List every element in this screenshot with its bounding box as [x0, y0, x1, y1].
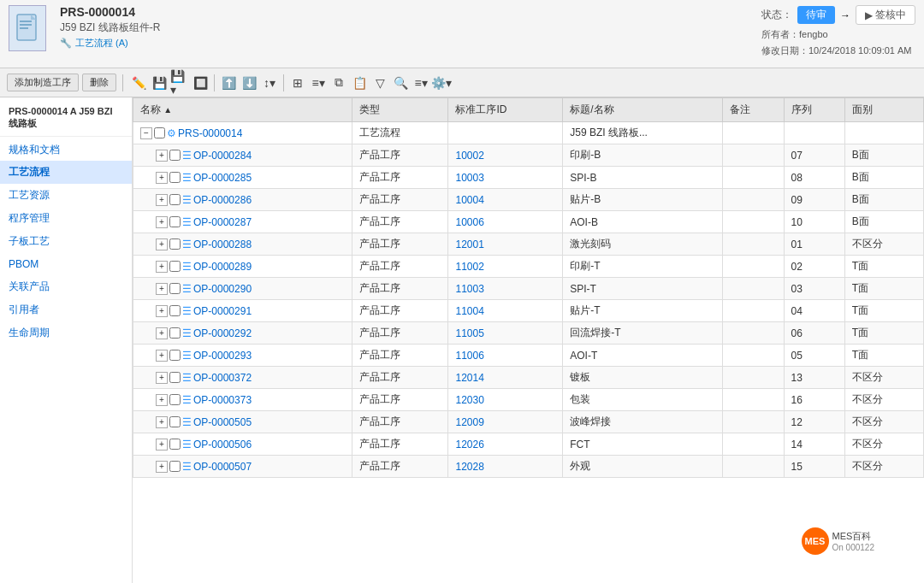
save-icon[interactable]: 💾 — [150, 74, 169, 92]
row-name-link-13[interactable]: OP-0000506 — [193, 439, 252, 450]
col-note[interactable]: 备注 — [723, 98, 784, 122]
expand-btn-8[interactable]: + — [156, 327, 168, 339]
row-name-link-5[interactable]: OP-0000289 — [193, 261, 252, 273]
op-icon-4: ☰ — [182, 238, 192, 250]
expand-btn-11[interactable]: + — [156, 394, 168, 406]
status-active-button[interactable]: 待审 — [797, 6, 835, 24]
col-std-id[interactable]: 标准工序ID — [448, 98, 563, 122]
expand-btn-14[interactable]: + — [156, 461, 168, 473]
row-note-6 — [723, 278, 784, 300]
root-std-id — [448, 122, 563, 144]
table-row: + ☰ OP-0000285 产品工序 10003 SPI-B 08 B面 — [133, 167, 924, 189]
col-type[interactable]: 类型 — [352, 98, 448, 122]
sidebar-item-subboard[interactable]: 子板工艺 — [0, 230, 132, 253]
row-checkbox-6[interactable] — [169, 283, 181, 294]
list-view-icon[interactable]: ≡▾ — [309, 74, 328, 92]
row-name-link-10[interactable]: OP-0000372 — [193, 372, 252, 384]
status-normal-button[interactable]: ▶ 签核中 — [856, 5, 915, 25]
edit-icon[interactable]: ✏️ — [129, 74, 148, 92]
sidebar-item-resources[interactable]: 工艺资源 — [0, 184, 132, 207]
table-row: + ☰ OP-0000289 产品工序 11002 印刷-T 02 T面 — [133, 256, 924, 278]
row-checkbox-3[interactable] — [169, 216, 181, 227]
save-options-icon[interactable]: 💾▾ — [170, 74, 189, 92]
row-face-3: B面 — [844, 211, 923, 233]
more-icon[interactable]: ≡▾ — [412, 74, 430, 92]
expand-btn-0[interactable]: + — [156, 150, 168, 162]
expand-root[interactable]: − — [140, 127, 152, 139]
op-icon-10: ☰ — [182, 372, 192, 384]
expand-btn-10[interactable]: + — [156, 372, 168, 384]
expand-btn-4[interactable]: + — [156, 238, 168, 250]
row-name-link-12[interactable]: OP-0000505 — [193, 416, 252, 428]
settings-icon[interactable]: ⚙️▾ — [432, 74, 451, 92]
preview-icon[interactable]: 🔲 — [191, 74, 210, 92]
paste-icon[interactable]: 📋 — [350, 74, 369, 92]
row-name-link-6[interactable]: OP-0000290 — [193, 283, 252, 295]
expand-btn-6[interactable]: + — [156, 283, 168, 295]
op-icon-2: ☰ — [182, 194, 192, 206]
row-name-link-3[interactable]: OP-0000287 — [193, 216, 252, 228]
expand-btn-12[interactable]: + — [156, 416, 168, 428]
row-checkbox-7[interactable] — [169, 305, 181, 316]
row-name-link-1[interactable]: OP-0000285 — [193, 172, 252, 184]
col-face[interactable]: 面别 — [844, 98, 923, 122]
table-row: + ☰ OP-0000286 产品工序 10004 贴片-B 09 B面 — [133, 189, 924, 211]
sidebar-item-references[interactable]: 引用者 — [0, 298, 132, 321]
main-area: PRS-0000014 A J59 BZI 线路板 规格和文档 工艺流程 工艺资… — [0, 97, 924, 583]
move-down-icon[interactable]: ⬇️ — [240, 74, 258, 92]
row-checkbox-12[interactable] — [169, 416, 181, 427]
row-checkbox-8[interactable] — [169, 327, 181, 339]
sidebar-item-process[interactable]: 工艺流程 — [0, 161, 132, 184]
row-std-id-3: 10006 — [448, 211, 563, 233]
root-checkbox[interactable] — [154, 127, 165, 138]
expand-btn-1[interactable]: + — [156, 172, 168, 184]
row-checkbox-14[interactable] — [169, 461, 181, 472]
row-checkbox-2[interactable] — [169, 194, 181, 205]
grid-view-icon[interactable]: ⊞ — [288, 74, 307, 92]
row-name-link-9[interactable]: OP-0000293 — [193, 350, 252, 362]
filter-icon[interactable]: ▽ — [370, 74, 389, 92]
root-note — [723, 122, 784, 144]
expand-btn-2[interactable]: + — [156, 194, 168, 206]
row-name-link-8[interactable]: OP-0000292 — [193, 327, 252, 339]
row-name-link-4[interactable]: OP-0000288 — [193, 238, 252, 250]
col-name[interactable]: 名称 ▲ — [133, 98, 352, 122]
col-title[interactable]: 标题/名称 — [563, 98, 723, 122]
row-checkbox-10[interactable] — [169, 372, 181, 383]
expand-btn-5[interactable]: + — [156, 261, 168, 273]
sort-icon[interactable]: ↕️▾ — [260, 74, 279, 92]
sidebar-item-program[interactable]: 程序管理 — [0, 207, 132, 230]
row-name-link-14[interactable]: OP-0000507 — [193, 461, 252, 473]
row-note-7 — [723, 300, 784, 322]
row-checkbox-0[interactable] — [169, 150, 181, 161]
row-face-12: 不区分 — [844, 411, 923, 433]
sidebar-item-related[interactable]: 关联产品 — [0, 275, 132, 298]
row-checkbox-11[interactable] — [169, 394, 181, 405]
expand-btn-7[interactable]: + — [156, 305, 168, 317]
row-name-link-2[interactable]: OP-0000286 — [193, 194, 252, 206]
row-checkbox-4[interactable] — [169, 238, 181, 250]
row-checkbox-9[interactable] — [169, 350, 181, 361]
add-operation-button[interactable]: 添加制造工序 — [7, 74, 79, 91]
search-icon[interactable]: 🔍 — [391, 74, 410, 92]
status-label: 状态： — [761, 8, 792, 22]
row-name-link-11[interactable]: OP-0000373 — [193, 394, 252, 406]
delete-button[interactable]: 删除 — [82, 74, 116, 91]
row-checkbox-5[interactable] — [169, 261, 181, 272]
sidebar-item-pbom[interactable]: PBOM — [0, 253, 132, 276]
row-checkbox-13[interactable] — [169, 439, 181, 450]
row-checkbox-1[interactable] — [169, 172, 181, 183]
row-std-id-0: 10002 — [448, 144, 563, 167]
row-name-link-0[interactable]: OP-0000284 — [193, 150, 252, 162]
sidebar-breadcrumb[interactable]: PRS-0000014 A J59 BZI 线路板 — [0, 101, 132, 134]
expand-btn-3[interactable]: + — [156, 216, 168, 228]
root-name-link[interactable]: PRS-0000014 — [178, 127, 242, 139]
row-name-link-7[interactable]: OP-0000291 — [193, 305, 252, 317]
copy-icon[interactable]: ⧉ — [329, 74, 348, 92]
col-seq[interactable]: 序列 — [784, 98, 844, 122]
sidebar-item-specs[interactable]: 规格和文档 — [0, 138, 132, 162]
sidebar-item-lifecycle[interactable]: 生命周期 — [0, 321, 132, 344]
expand-btn-13[interactable]: + — [156, 439, 168, 450]
move-up-icon[interactable]: ⬆️ — [219, 74, 238, 92]
expand-btn-9[interactable]: + — [156, 350, 168, 362]
